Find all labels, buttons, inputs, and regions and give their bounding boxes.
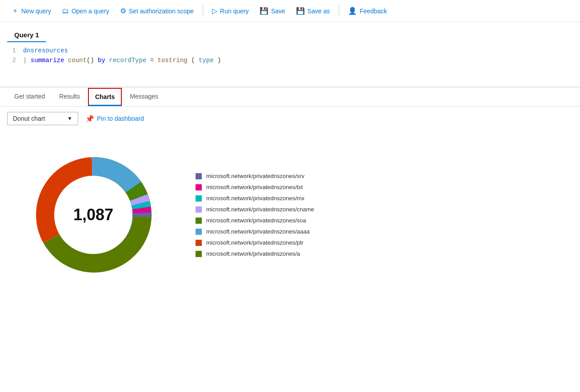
legend-label: microsoft.network/privatednszones/soa — [206, 217, 306, 224]
new-query-label: New query — [21, 8, 51, 15]
save-as-icon: 💾 — [296, 7, 305, 15]
legend-color-swatch — [196, 173, 202, 179]
code-content-1: dnsresources — [23, 46, 573, 55]
query-title: Query 1 — [7, 27, 46, 42]
set-auth-label: Set authorization scope — [129, 8, 194, 15]
gear-icon: ⚙ — [120, 7, 126, 15]
legend-color-swatch — [196, 229, 202, 235]
run-icon: ▷ — [212, 7, 217, 15]
tab-results[interactable]: Results — [52, 87, 87, 107]
line-num-2: 2 — [7, 55, 16, 65]
code-line-1: 1 dnsresources — [7, 46, 573, 55]
legend-color-swatch — [196, 218, 202, 224]
tab-charts[interactable]: Charts — [88, 88, 122, 106]
run-query-label: Run query — [220, 8, 249, 15]
save-icon: 💾 — [260, 7, 268, 15]
chart-controls: Donut chart ▼ 📌 Pin to dashboard — [0, 107, 580, 131]
feedback-icon: 👤 — [348, 7, 357, 15]
legend-item: microsoft.network/privatednszones/srv — [196, 173, 314, 179]
legend-item: microsoft.network/privatednszones/cname — [196, 206, 314, 213]
toolbar: ＋ New query 🗂 Open a query ⚙ Set authori… — [0, 0, 580, 22]
open-query-label: Open a query — [72, 8, 109, 15]
legend-color-swatch — [196, 195, 202, 202]
chart-legend: microsoft.network/privatednszones/srv mi… — [196, 173, 314, 257]
legend-item: microsoft.network/privatednszones/a — [196, 250, 314, 257]
chevron-down-icon: ▼ — [67, 115, 72, 122]
legend-item: microsoft.network/privatednszones/txt — [196, 184, 314, 190]
legend-label: microsoft.network/privatednszones/srv — [206, 173, 304, 179]
tabs-row: Get started Results Charts Messages — [0, 87, 580, 107]
legend-color-swatch — [196, 184, 202, 190]
plus-icon: ＋ — [12, 6, 19, 16]
chart-type-label: Donut chart — [13, 115, 45, 122]
separator-1 — [203, 5, 203, 17]
donut-chart: 1,087 — [18, 139, 169, 290]
chart-type-dropdown[interactable]: Donut chart ▼ — [7, 112, 78, 125]
legend-label: microsoft.network/privatednszones/a — [206, 250, 300, 257]
new-query-button[interactable]: ＋ New query — [7, 4, 56, 18]
code-editor[interactable]: 1 dnsresources 2 | summarize count() by … — [0, 42, 580, 87]
save-as-button[interactable]: 💾 Save as — [292, 4, 335, 18]
line-num-1: 1 — [7, 46, 16, 55]
legend-label: microsoft.network/privatednszones/ptr — [206, 239, 304, 246]
legend-item: microsoft.network/privatednszones/ptr — [196, 239, 314, 246]
feedback-button[interactable]: 👤 Feedback — [344, 4, 391, 18]
code-line-2: 2 | summarize count() by recordType = to… — [7, 55, 573, 65]
legend-label: microsoft.network/privatednszones/cname — [206, 206, 314, 213]
donut-svg — [18, 139, 169, 290]
donut-hole — [54, 176, 132, 254]
save-label: Save — [271, 8, 285, 15]
segment-srv — [132, 213, 151, 218]
code-content-2: | summarize count() by recordType = tost… — [23, 55, 573, 65]
legend-label: microsoft.network/privatednszones/mx — [206, 195, 304, 202]
set-auth-button[interactable]: ⚙ Set authorization scope — [116, 4, 198, 18]
run-query-button[interactable]: ▷ Run query — [208, 4, 253, 18]
legend-label: microsoft.network/privatednszones/txt — [206, 184, 303, 190]
open-query-button[interactable]: 🗂 Open a query — [57, 4, 114, 18]
legend-color-swatch — [196, 251, 202, 257]
tab-messages[interactable]: Messages — [123, 87, 165, 107]
pin-label: Pin to dashboard — [97, 115, 144, 122]
folder-icon: 🗂 — [62, 7, 69, 15]
save-button[interactable]: 💾 Save — [255, 4, 290, 18]
pin-to-dashboard-button[interactable]: 📌 Pin to dashboard — [85, 115, 144, 123]
query-panel: Query 1 1 dnsresources 2 | summarize cou… — [0, 22, 580, 87]
donut-segments — [36, 157, 152, 273]
pin-icon: 📌 — [85, 115, 94, 123]
legend-label: microsoft.network/privatednszones/aaaa — [206, 228, 310, 235]
legend-color-swatch — [196, 206, 202, 213]
legend-item: microsoft.network/privatednszones/mx — [196, 195, 314, 202]
tab-get-started[interactable]: Get started — [7, 87, 52, 107]
legend-item: microsoft.network/privatednszones/soa — [196, 217, 314, 224]
legend-color-swatch — [196, 240, 202, 246]
legend-item: microsoft.network/privatednszones/aaaa — [196, 228, 314, 235]
chart-area: 1,087 microsoft.network/privatednszones/… — [0, 131, 580, 299]
results-panel: Get started Results Charts Messages Donu… — [0, 87, 580, 299]
save-as-label: Save as — [308, 8, 330, 15]
feedback-label: Feedback — [360, 8, 387, 15]
separator-2 — [339, 5, 339, 17]
